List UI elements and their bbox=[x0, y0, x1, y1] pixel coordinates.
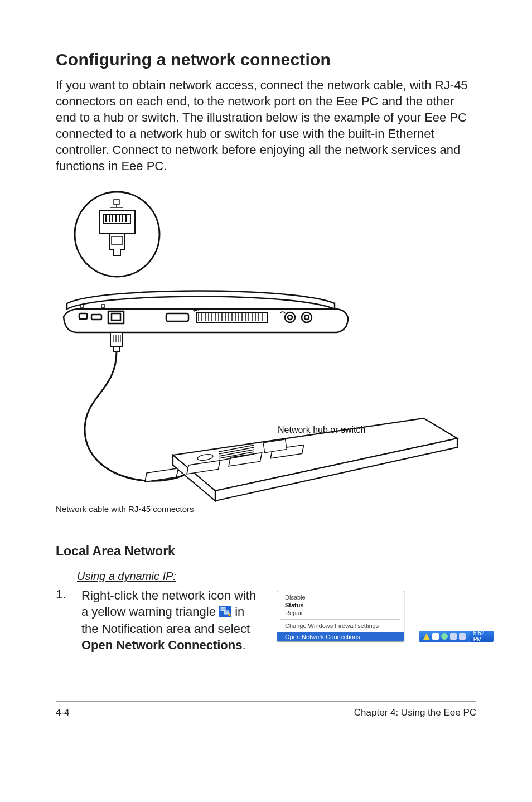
menu-item-firewall[interactable]: Change Windows Firewall settings bbox=[277, 622, 404, 630]
tray-network-icon[interactable] bbox=[459, 633, 466, 640]
taskbar-notification-area: 5:52 PM bbox=[419, 631, 494, 642]
rj45-plug-into-laptop-icon bbox=[110, 332, 123, 351]
step-text-period: . bbox=[242, 638, 245, 652]
svg-rect-18 bbox=[166, 313, 188, 321]
taskbar-clock[interactable]: 5:52 PM bbox=[470, 631, 494, 642]
diagram-caption: Network cable with RJ-45 connectors bbox=[56, 504, 476, 514]
tray-volume-icon[interactable] bbox=[441, 633, 448, 640]
menu-item-open-network-connections[interactable]: Open Network Connections bbox=[277, 632, 404, 641]
dynamic-ip-subheading: Using a dynamic IP: bbox=[77, 570, 476, 583]
intro-paragraph: If you want to obtain network access, co… bbox=[56, 77, 476, 174]
svg-rect-17 bbox=[112, 313, 120, 320]
step-text-bold: Open Network Connections bbox=[81, 638, 242, 652]
rj45-detail-icon bbox=[75, 192, 159, 277]
svg-rect-65 bbox=[224, 611, 229, 614]
footer-chapter-label: Chapter 4: Using the Eee PC bbox=[354, 707, 476, 718]
svg-rect-15 bbox=[91, 315, 101, 320]
section-heading: Configuring a network connection bbox=[56, 50, 476, 69]
menu-item-status[interactable]: Status bbox=[277, 601, 404, 609]
hub-label: Network hub or switch bbox=[278, 425, 365, 434]
connection-diagram: ⇄2.0 bbox=[56, 190, 476, 502]
network-context-menu: Disable Status Repair Change Windows Fir… bbox=[277, 591, 404, 642]
network-warning-tray-icon bbox=[219, 605, 231, 621]
lan-subheading: Local Area Network bbox=[56, 544, 476, 559]
svg-text:⇄2.0: ⇄2.0 bbox=[193, 307, 205, 312]
svg-point-41 bbox=[288, 315, 292, 320]
svg-rect-64 bbox=[221, 607, 225, 611]
tray-lang-icon[interactable] bbox=[432, 633, 439, 640]
menu-item-repair[interactable]: Repair bbox=[277, 609, 404, 617]
svg-rect-46 bbox=[114, 347, 119, 351]
step-text: Right-click the network icon with a yell… bbox=[81, 587, 260, 653]
footer-page-number: 4-4 bbox=[56, 707, 70, 718]
network-cable-icon bbox=[85, 351, 184, 481]
step-number: 1. bbox=[56, 587, 81, 602]
laptop-side-icon: ⇄2.0 bbox=[64, 291, 348, 333]
tray-warning-icon[interactable] bbox=[423, 633, 430, 640]
svg-rect-44 bbox=[80, 305, 84, 307]
svg-point-43 bbox=[304, 315, 309, 320]
tray-display-icon[interactable] bbox=[450, 633, 457, 640]
menu-item-disable[interactable]: Disable bbox=[277, 593, 404, 601]
svg-rect-14 bbox=[79, 313, 87, 319]
svg-rect-45 bbox=[110, 332, 123, 347]
